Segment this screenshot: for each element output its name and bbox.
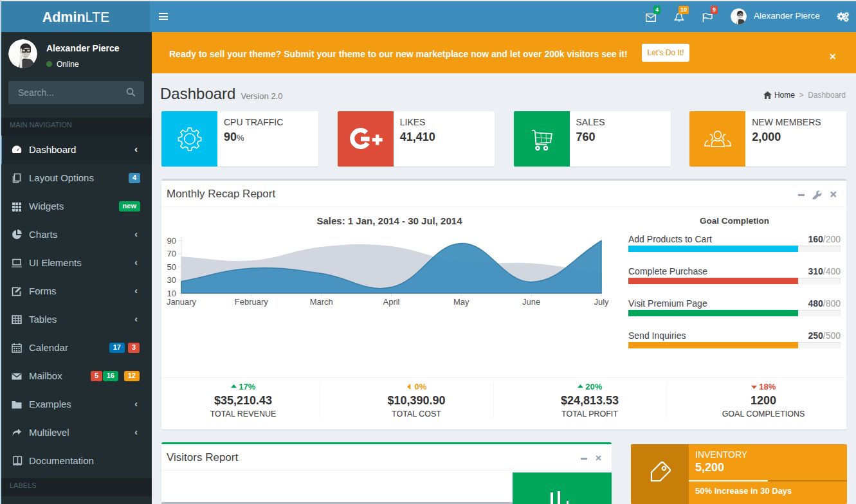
svg-text:30: 30 [167, 275, 176, 285]
svg-text:90: 90 [167, 236, 176, 246]
svg-text:May: May [453, 297, 469, 307]
svg-text:March: March [310, 297, 333, 307]
svg-text:April: April [383, 297, 399, 307]
svg-text:February: February [235, 297, 269, 307]
svg-text:July: July [594, 297, 609, 307]
svg-text:January: January [167, 297, 197, 307]
svg-text:50: 50 [167, 262, 176, 272]
svg-text:June: June [522, 297, 540, 307]
svg-text:70: 70 [167, 249, 176, 258]
